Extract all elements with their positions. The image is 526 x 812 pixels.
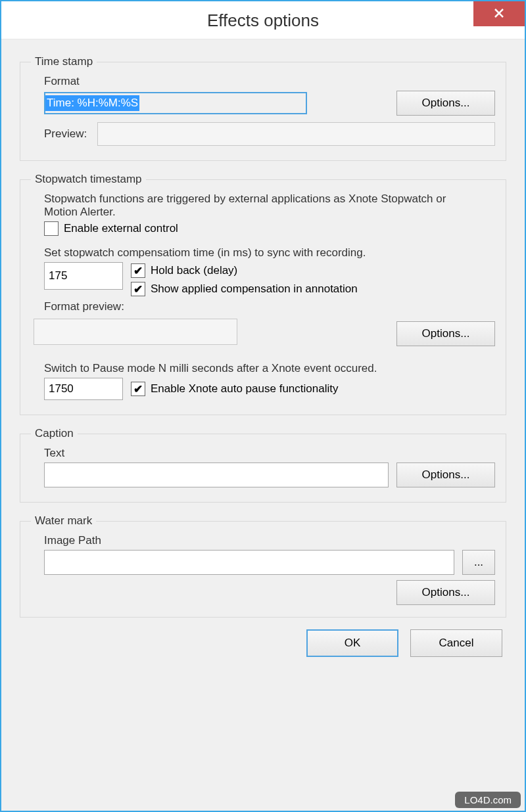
watermark-path-input[interactable] <box>44 550 454 575</box>
close-icon <box>494 7 504 22</box>
compensation-input[interactable] <box>44 262 123 290</box>
enable-pause-checkbox[interactable]: ✔ <box>131 382 145 396</box>
dialog-footer: OK Cancel <box>20 629 506 657</box>
watermark-options-button[interactable]: Options... <box>396 580 495 605</box>
watermark-group: Water mark Image Path ... Options... <box>20 514 506 618</box>
stopwatch-group: Stopwatch timestamp Stopwatch functions … <box>20 173 506 415</box>
caption-group: Caption Text Options... <box>20 427 506 503</box>
caption-text-label: Text <box>44 447 495 460</box>
timestamp-legend: Time stamp <box>31 55 97 68</box>
caption-legend: Caption <box>31 427 78 440</box>
titlebar: Effects options <box>1 1 525 39</box>
check-icon: ✔ <box>133 384 143 395</box>
dialog-window: Effects options Time stamp Format Time: … <box>0 0 526 812</box>
timestamp-options-button[interactable]: Options... <box>396 91 495 116</box>
format-input[interactable]: Time: %H:%M:%S <box>44 92 307 114</box>
format-label: Format <box>44 75 495 88</box>
format-input-selection: Time: %H:%M:%S <box>45 95 139 111</box>
caption-options-button[interactable]: Options... <box>396 462 495 487</box>
watermark-legend: Water mark <box>31 514 96 528</box>
stopwatch-options-button[interactable]: Options... <box>396 321 495 346</box>
format-preview-box <box>34 319 237 345</box>
ok-button[interactable]: OK <box>306 629 398 657</box>
pause-input[interactable] <box>44 378 123 400</box>
site-badge: LO4D.com <box>455 792 521 808</box>
stopwatch-info: Stopwatch functions are triggered by ext… <box>44 192 452 219</box>
watermark-path-label: Image Path <box>44 534 495 547</box>
show-comp-label: Show applied compensation in annotation <box>151 282 358 296</box>
check-icon: ✔ <box>133 284 143 295</box>
hold-back-checkbox[interactable]: ✔ <box>131 263 145 278</box>
window-title: Effects options <box>1 11 525 31</box>
format-preview-label: Format preview: <box>44 300 495 313</box>
browse-button[interactable]: ... <box>462 550 495 575</box>
compensation-label: Set stopwatch compensatiom time (in ms) … <box>44 246 495 259</box>
timestamp-group: Time stamp Format Time: %H:%M:%S Options… <box>20 55 506 161</box>
caption-text-input[interactable] <box>44 462 389 487</box>
preview-box <box>97 122 495 146</box>
cancel-button[interactable]: Cancel <box>410 629 502 657</box>
enable-external-checkbox[interactable] <box>44 221 59 236</box>
check-icon: ✔ <box>133 265 143 277</box>
hold-back-label: Hold back (delay) <box>151 264 237 277</box>
enable-external-label: Enable external control <box>64 222 178 235</box>
preview-label: Preview: <box>44 127 87 141</box>
pause-label: Switch to Pause mode N milli seconds aft… <box>44 362 495 375</box>
close-button[interactable] <box>473 1 525 26</box>
stopwatch-legend: Stopwatch timestamp <box>31 173 146 186</box>
show-comp-checkbox[interactable]: ✔ <box>131 282 145 296</box>
enable-pause-label: Enable Xnote auto pause functionality <box>151 382 338 395</box>
dialog-content: Time stamp Format Time: %H:%M:%S Options… <box>1 39 525 670</box>
